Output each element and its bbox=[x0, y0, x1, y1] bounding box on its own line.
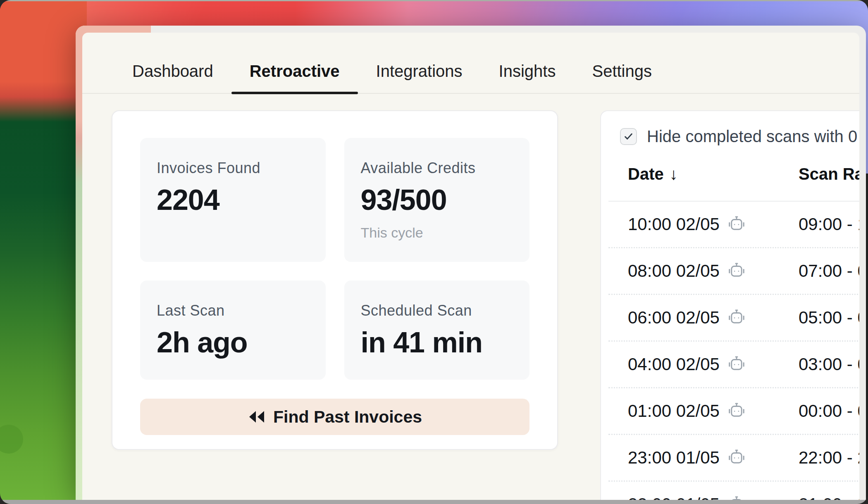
scan-table-row[interactable]: 01:00 02/0500:00 - 01:00 bbox=[608, 388, 859, 435]
scan-date: 10:00 02/05 bbox=[628, 214, 720, 234]
tab-label: Dashboard bbox=[132, 62, 213, 81]
screen-bottom-bar bbox=[0, 500, 868, 504]
screen: DashboardRetroactiveIntegrationsInsights… bbox=[0, 0, 868, 504]
scan-date: 01:00 02/05 bbox=[628, 401, 720, 421]
scan-date: 04:00 02/05 bbox=[628, 354, 720, 374]
tab-label: Settings bbox=[592, 62, 652, 81]
scan-range: 07:00 - 08:00 bbox=[799, 261, 859, 281]
tab-retroactive[interactable]: Retroactive bbox=[231, 49, 358, 93]
tab-integrations[interactable]: Integrations bbox=[358, 49, 481, 93]
find-past-invoices-label: Find Past Invoices bbox=[273, 407, 422, 427]
scan-range: 03:00 - 04:00 bbox=[799, 354, 859, 374]
tile-label: Scheduled Scan bbox=[361, 302, 513, 319]
robot-icon bbox=[727, 215, 746, 234]
scans-panel: Hide completed scans with 0 f Date↓ Scan… bbox=[600, 110, 859, 500]
robot-icon bbox=[727, 495, 746, 500]
tile-label: Last Scan bbox=[157, 302, 309, 319]
tile-label: Invoices Found bbox=[157, 159, 309, 177]
overview-card: Invoices Found2204Available Credits93/50… bbox=[112, 110, 558, 450]
scan-range: 21:00 - 22:00 bbox=[799, 494, 859, 500]
scan-date: 22:00 01/05 bbox=[628, 494, 720, 500]
robot-icon bbox=[727, 402, 746, 421]
tab-label: Integrations bbox=[376, 62, 463, 81]
tile-value: in 41 min bbox=[361, 326, 513, 359]
scan-table-row[interactable]: 10:00 02/0509:00 - 10:00 bbox=[608, 202, 859, 248]
tab-label: Insights bbox=[499, 62, 556, 81]
main-content: Invoices Found2204Available Credits93/50… bbox=[82, 94, 859, 500]
tab-insights[interactable]: Insights bbox=[481, 49, 574, 93]
hide-completed-label[interactable]: Hide completed scans with 0 f bbox=[647, 127, 859, 146]
scan-date-cell: 04:00 02/05 bbox=[628, 354, 799, 374]
rewind-icon bbox=[248, 410, 265, 424]
scan-range: 00:00 - 01:00 bbox=[799, 401, 859, 421]
tile-value: 2204 bbox=[157, 183, 309, 216]
scan-date: 08:00 02/05 bbox=[628, 261, 720, 281]
robot-icon bbox=[727, 308, 746, 327]
scan-range: 22:00 - 23:00 bbox=[799, 448, 859, 468]
tab-dashboard[interactable]: Dashboard bbox=[114, 49, 231, 93]
check-icon bbox=[623, 131, 634, 142]
window-frame-tint-left bbox=[76, 47, 83, 500]
scan-date-cell: 10:00 02/05 bbox=[628, 214, 799, 234]
scan-date-cell: 23:00 01/05 bbox=[628, 448, 799, 468]
scan-range: 05:00 - 06:00 bbox=[799, 308, 859, 328]
scan-date: 06:00 02/05 bbox=[628, 308, 720, 328]
column-header-scan-range[interactable]: Scan Range bbox=[799, 165, 859, 183]
scan-table-row[interactable]: 23:00 01/0522:00 - 23:00 bbox=[608, 435, 859, 482]
scan-table-body: 10:00 02/0509:00 - 10:0008:00 02/0507:00… bbox=[601, 202, 859, 500]
scan-date-cell: 22:00 01/05 bbox=[628, 494, 799, 500]
scan-table-row[interactable]: 22:00 01/0521:00 - 22:00 bbox=[608, 482, 859, 500]
robot-icon bbox=[727, 355, 746, 374]
stat-tile-grid: Invoices Found2204Available Credits93/50… bbox=[140, 138, 529, 380]
stat-tile-scheduled-scan: Scheduled Scanin 41 min bbox=[344, 281, 530, 380]
app-window-content: DashboardRetroactiveIntegrationsInsights… bbox=[82, 33, 859, 500]
find-past-invoices-button[interactable]: Find Past Invoices bbox=[140, 399, 529, 435]
hide-completed-filter: Hide completed scans with 0 f bbox=[601, 127, 859, 146]
robot-icon bbox=[727, 262, 746, 281]
app-window: DashboardRetroactiveIntegrationsInsights… bbox=[76, 26, 866, 500]
tile-value: 2h ago bbox=[157, 326, 309, 359]
stat-tile-last-scan: Last Scan2h ago bbox=[140, 281, 326, 380]
scan-range: 09:00 - 10:00 bbox=[799, 214, 859, 234]
tab-settings[interactable]: Settings bbox=[574, 49, 670, 93]
tile-label: Available Credits bbox=[361, 159, 513, 177]
scan-table-row[interactable]: 06:00 02/0505:00 - 06:00 bbox=[608, 295, 859, 342]
scan-date-cell: 06:00 02/05 bbox=[628, 308, 799, 328]
robot-icon bbox=[727, 448, 746, 467]
stat-tile-invoices-found: Invoices Found2204 bbox=[140, 138, 326, 262]
tile-value: 93/500 bbox=[361, 183, 513, 216]
active-tab-underline bbox=[231, 92, 358, 94]
scan-table-row[interactable]: 08:00 02/0507:00 - 08:00 bbox=[608, 248, 859, 295]
scan-date-cell: 01:00 02/05 bbox=[628, 401, 799, 421]
column-header-date[interactable]: Date↓ bbox=[628, 165, 799, 183]
scan-date-cell: 08:00 02/05 bbox=[628, 261, 799, 281]
tile-caption: This cycle bbox=[361, 225, 513, 241]
scan-table-header: Date↓ Scan Range bbox=[608, 165, 859, 202]
sort-desc-arrow-icon: ↓ bbox=[670, 165, 678, 183]
scan-table-row[interactable]: 04:00 02/0503:00 - 04:00 bbox=[608, 342, 859, 388]
stat-tile-available-credits: Available Credits93/500This cycle bbox=[344, 138, 530, 262]
tab-label: Retroactive bbox=[250, 62, 340, 81]
hide-completed-checkbox[interactable] bbox=[620, 128, 637, 145]
scan-date: 23:00 01/05 bbox=[628, 448, 720, 468]
top-navigation: DashboardRetroactiveIntegrationsInsights… bbox=[82, 33, 859, 94]
